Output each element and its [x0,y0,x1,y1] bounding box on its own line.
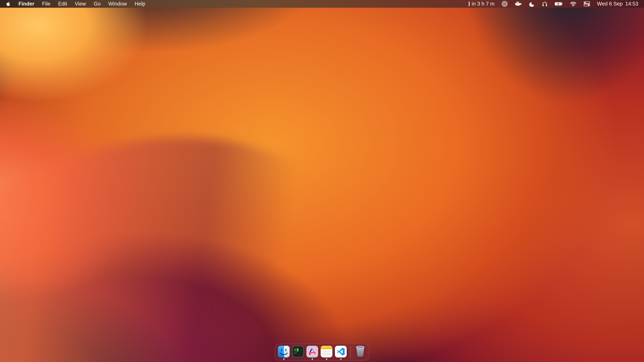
timer-text: in 3 h 7 m [472,1,494,7]
apple-menu[interactable] [6,1,11,7]
dock-item-vscode[interactable] [335,344,347,360]
dock: $ [275,344,369,361]
wifi-icon[interactable] [570,1,576,6]
menu-window[interactable]: Window [108,1,127,7]
menu-bar-status: in 3 h 7 m [469,1,638,7]
battery-charging-icon[interactable] [555,2,563,6]
1password-icon[interactable] [502,1,508,7]
menu-file[interactable]: File [42,1,50,7]
wallpaper [0,0,644,362]
control-center-icon[interactable] [584,1,590,6]
running-indicator [340,358,342,360]
desktop: Finder File Edit View Go Window Help in … [0,0,644,362]
menu-edit[interactable]: Edit [58,1,67,7]
focus-moon-icon[interactable] [529,1,535,7]
menu-go[interactable]: Go [94,1,100,7]
menu-help[interactable]: Help [134,1,145,7]
dock-item-finder[interactable] [278,344,290,360]
menu-view[interactable]: View [75,1,86,7]
apple-logo-icon [6,1,11,7]
running-indicator [326,358,327,360]
dock-item-terminal[interactable]: $ [292,344,304,360]
docker-icon[interactable] [515,1,522,7]
dock-item-notes[interactable] [320,344,332,360]
svg-text:$: $ [294,348,296,352]
dock-separator [350,346,351,358]
headphones-icon[interactable] [542,1,548,7]
status-timer[interactable]: in 3 h 7 m [469,1,494,7]
dock-item-trash[interactable] [354,344,366,360]
timer-bar-icon [469,1,470,6]
clock-date: Wed 6 Sep [597,1,623,7]
dock-item-arc[interactable] [306,344,318,360]
clock-time: 14:53 [625,1,638,7]
menu-bar: Finder File Edit View Go Window Help in … [0,0,644,8]
menu-app-name[interactable]: Finder [18,1,34,7]
menu-bar-left: Finder File Edit View Go Window Help [6,1,145,7]
running-indicator [283,358,284,360]
menu-bar-clock[interactable]: Wed 6 Sep 14:53 [597,1,638,7]
wallpaper-petal [0,80,407,362]
running-indicator [312,358,313,360]
